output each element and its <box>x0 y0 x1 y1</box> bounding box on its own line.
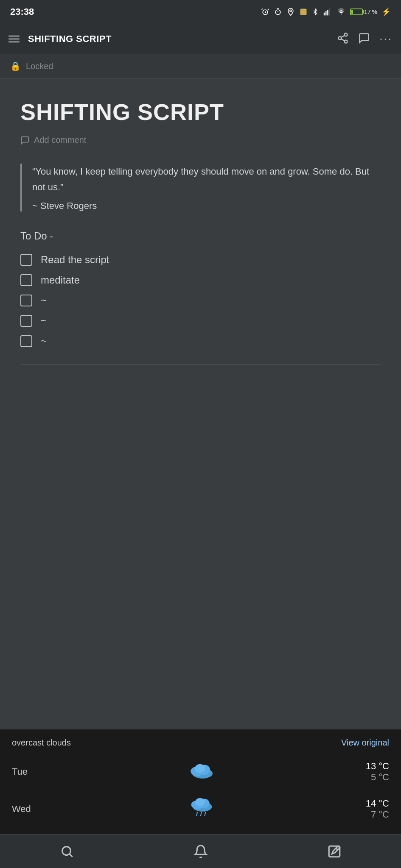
todo-checkbox-4[interactable] <box>20 335 32 347</box>
locked-row: 🔒 Locked <box>0 54 401 78</box>
notifications-nav-button[interactable] <box>193 844 208 859</box>
weather-temps-wed: 14 °C 7 °C <box>338 798 389 820</box>
svg-line-12 <box>341 39 345 41</box>
edit-icon <box>327 844 342 859</box>
svg-point-17 <box>195 764 205 773</box>
charging-icon: ⚡ <box>381 7 391 17</box>
weather-widget: overcast clouds View original Tue 13 °C … <box>0 729 401 834</box>
todo-item-1[interactable]: meditate <box>20 274 381 286</box>
svg-rect-7 <box>329 8 330 16</box>
app-icon <box>299 8 308 16</box>
todo-label-0: Read the script <box>41 254 109 266</box>
more-button[interactable]: ··· <box>379 32 393 45</box>
todo-label-3: ~ <box>41 315 47 327</box>
todo-item-0[interactable]: Read the script <box>20 254 381 266</box>
menu-button[interactable] <box>8 36 20 42</box>
cloud-svg-wed <box>186 796 215 818</box>
weather-cloud-icon-wed <box>73 796 328 822</box>
bottom-nav <box>0 834 401 868</box>
weather-day-name-wed: Wed <box>12 804 63 815</box>
wifi-icon <box>337 8 346 16</box>
weather-forecast: Tue 13 °C 5 °C Wed <box>12 760 389 822</box>
todo-checkbox-0[interactable] <box>20 254 32 266</box>
svg-point-9 <box>345 33 348 36</box>
todo-item-4[interactable]: ~ <box>20 335 381 347</box>
page-title: SHIFTING SCRIPT <box>20 99 381 125</box>
main-content: SHIFTING SCRIPT Add comment “You know, I… <box>0 78 401 729</box>
svg-rect-3 <box>300 9 306 15</box>
timer-icon <box>274 8 282 16</box>
section-divider <box>20 364 381 364</box>
weather-temps-tue: 13 °C 5 °C <box>338 761 389 783</box>
blockquote-author: ~ Steve Rogers <box>32 200 381 211</box>
todo-checkbox-2[interactable] <box>20 295 32 306</box>
weather-low-wed: 7 °C <box>371 809 389 820</box>
alarm-icon <box>261 8 269 16</box>
svg-line-23 <box>201 812 202 815</box>
svg-line-22 <box>196 812 197 815</box>
svg-rect-6 <box>327 10 328 15</box>
weather-current-condition: overcast clouds <box>12 738 71 748</box>
top-nav: SHIFTING SCRIPT ··· <box>0 24 401 54</box>
todo-item-3[interactable]: ~ <box>20 315 381 327</box>
share-button[interactable] <box>337 32 349 46</box>
todo-label-1: meditate <box>41 274 80 286</box>
search-nav-button[interactable] <box>60 844 74 859</box>
nav-actions: ··· <box>337 32 393 46</box>
svg-point-2 <box>290 10 292 11</box>
todo-checkbox-3[interactable] <box>20 315 32 327</box>
view-original-button[interactable]: View original <box>341 738 389 748</box>
search-icon <box>60 844 74 859</box>
todo-list: Read the script meditate ~ ~ ~ <box>20 254 381 347</box>
todo-header: To Do - <box>20 230 381 242</box>
todo-label-2: ~ <box>41 295 47 306</box>
weather-header: overcast clouds View original <box>12 738 389 748</box>
svg-point-21 <box>195 798 205 806</box>
weather-high-wed: 14 °C <box>366 798 389 809</box>
lock-icon: 🔒 <box>10 61 21 71</box>
svg-line-26 <box>70 854 72 857</box>
svg-point-8 <box>341 14 342 15</box>
weather-low-tue: 5 °C <box>371 772 389 783</box>
weather-day-tue: Tue 13 °C 5 °C <box>12 760 389 784</box>
location-icon <box>286 8 295 16</box>
nav-title: SHIFTING SCRIPT <box>28 33 337 45</box>
weather-day-name-tue: Tue <box>12 766 63 777</box>
svg-line-28 <box>335 848 338 850</box>
svg-point-10 <box>339 36 342 39</box>
todo-item-2[interactable]: ~ <box>20 295 381 306</box>
comment-icon <box>20 136 30 145</box>
battery-indicator: 17 % <box>350 8 377 15</box>
blockquote-text: “You know, I keep telling everybody they… <box>32 164 381 195</box>
weather-high-tue: 13 °C <box>366 761 389 772</box>
svg-line-24 <box>205 812 205 815</box>
todo-checkbox-1[interactable] <box>20 274 32 286</box>
comment-button[interactable] <box>358 32 370 46</box>
svg-point-25 <box>62 846 70 855</box>
svg-rect-5 <box>325 11 327 15</box>
status-time: 23:38 <box>10 6 34 17</box>
bell-icon <box>193 844 208 859</box>
add-comment-label: Add comment <box>34 135 86 145</box>
edit-nav-button[interactable] <box>327 844 342 859</box>
status-bar: 23:38 <box>0 0 401 24</box>
weather-cloud-icon-tue <box>73 760 328 784</box>
todo-label-4: ~ <box>41 335 47 347</box>
locked-label: Locked <box>26 61 53 71</box>
svg-rect-4 <box>324 13 325 16</box>
todo-section: To Do - Read the script meditate ~ ~ ~ <box>20 230 381 347</box>
signal-icon <box>323 8 332 16</box>
blockquote-section: “You know, I keep telling everybody they… <box>20 164 381 211</box>
svg-line-13 <box>341 35 345 37</box>
cloud-svg-tue <box>186 760 215 780</box>
add-comment-row[interactable]: Add comment <box>20 135 381 145</box>
bluetooth-icon <box>312 8 319 16</box>
status-icons: 17 % ⚡ <box>261 7 391 17</box>
svg-rect-27 <box>329 846 340 857</box>
weather-day-wed: Wed 14 °C 7 °C <box>12 796 389 822</box>
svg-point-11 <box>345 40 348 43</box>
